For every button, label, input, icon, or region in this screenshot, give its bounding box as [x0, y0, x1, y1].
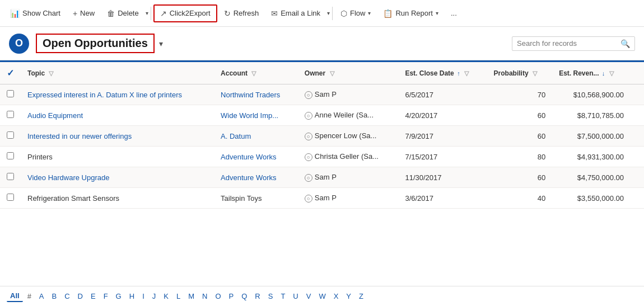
checkbox[interactable]	[7, 90, 14, 97]
topic-cell[interactable]: Audio Equipment	[21, 105, 214, 126]
table-container[interactable]: ✓ Topic ▽ Account ▽ Owner ▽ Est. Close D…	[0, 62, 644, 286]
row-checkbox[interactable]	[0, 147, 21, 167]
alpha-c[interactable]: C	[61, 291, 73, 302]
title-chevron[interactable]: ▾	[159, 39, 163, 48]
alpha-w[interactable]: W	[315, 291, 329, 302]
alpha-q[interactable]: Q	[238, 291, 250, 302]
topic-cell[interactable]: Expressed interest in A. Datum X line of…	[21, 84, 214, 105]
alpha-n[interactable]: N	[199, 291, 211, 302]
account-cell[interactable]: A. Datum	[214, 126, 298, 147]
alpha-all[interactable]: All	[7, 290, 23, 302]
divider-2	[332, 7, 333, 20]
date-cell: 7/15/2017	[398, 147, 487, 167]
checkbox[interactable]	[7, 131, 14, 139]
search-input[interactable]	[517, 39, 620, 48]
search-box[interactable]: 🔍	[512, 36, 635, 51]
scrollbar-cell	[631, 167, 644, 188]
new-button[interactable]: + New	[67, 6, 100, 21]
select-all-header[interactable]: ✓	[0, 62, 21, 84]
alpha-r[interactable]: R	[251, 291, 263, 302]
revenue-filter-icon[interactable]: ▽	[609, 70, 614, 77]
revenue-cell: $10,568,900.00	[552, 84, 631, 105]
alpha-o[interactable]: O	[212, 291, 224, 302]
alpha-h[interactable]: H	[126, 291, 138, 302]
account-cell[interactable]: Adventure Works	[214, 167, 298, 188]
scrollbar-cell	[631, 84, 644, 105]
checkbox[interactable]	[7, 111, 14, 118]
date-cell: 11/30/2017	[398, 167, 487, 188]
alpha-k[interactable]: K	[160, 291, 172, 302]
refresh-button[interactable]: ↻ Refresh	[218, 6, 265, 21]
table-body: Expressed interest in A. Datum X line of…	[0, 84, 644, 209]
show-chart-button[interactable]: 📊 Show Chart	[4, 6, 66, 21]
alpha-b[interactable]: B	[49, 291, 60, 302]
date-filter-icon[interactable]: ▽	[464, 70, 469, 77]
account-cell[interactable]: Adventure Works	[214, 147, 298, 167]
alpha-e[interactable]: E	[87, 291, 99, 302]
app-icon: O	[9, 34, 29, 54]
account-cell[interactable]: Northwind Traders	[214, 84, 298, 105]
email-chevron[interactable]: ▾	[327, 10, 330, 16]
header-row: O Open Opportunities ▾ 🔍	[0, 27, 644, 60]
date-sort-icon[interactable]: ↑	[457, 70, 460, 77]
table-row[interactable]: Expressed interest in A. Datum X line of…	[0, 84, 644, 105]
prob-filter-icon[interactable]: ▽	[533, 70, 537, 77]
table-row[interactable]: PrintersAdventure Works○Christa Geller (…	[0, 147, 644, 167]
table-row[interactable]: Refrigeration Smart SensorsTailspin Toys…	[0, 188, 644, 209]
table-row[interactable]: Interested in our newer offeringsA. Datu…	[0, 126, 644, 147]
alpha-t[interactable]: T	[277, 291, 288, 302]
alpha-s[interactable]: S	[265, 291, 277, 302]
email-link-button[interactable]: ✉ Email a Link	[265, 6, 326, 21]
topic-cell[interactable]: Interested in our newer offerings	[21, 126, 214, 147]
date-cell: 6/5/2017	[398, 84, 487, 105]
scrollbar-cell	[631, 147, 644, 167]
revenue-sort-icon[interactable]: ↓	[602, 70, 605, 77]
account-filter-icon[interactable]: ▽	[251, 70, 256, 77]
alpha-z[interactable]: Z	[356, 291, 367, 302]
alpha-a[interactable]: A	[36, 291, 48, 302]
click2export-button[interactable]: ↗ Click2Export	[153, 4, 217, 22]
delete-button[interactable]: 🗑 Delete	[101, 6, 144, 21]
row-checkbox[interactable]	[0, 84, 21, 105]
owner-icon: ○	[305, 174, 312, 182]
probability-cell: 80	[487, 147, 553, 167]
owner-icon: ○	[305, 112, 312, 120]
alpha-l[interactable]: L	[173, 291, 184, 302]
owner-icon: ○	[305, 133, 312, 140]
alpha-d[interactable]: D	[74, 291, 86, 302]
owner-filter-icon[interactable]: ▽	[330, 70, 334, 77]
alpha-i[interactable]: I	[139, 291, 148, 302]
alpha-g[interactable]: G	[113, 291, 125, 302]
alpha-x[interactable]: X	[330, 291, 342, 302]
account-cell[interactable]: Wide World Imp...	[214, 105, 298, 126]
alpha-p[interactable]: P	[226, 291, 237, 302]
topic-filter-icon[interactable]: ▽	[49, 70, 53, 77]
alpha-m[interactable]: M	[185, 291, 198, 302]
table-row[interactable]: Audio EquipmentWide World Imp...○Anne We…	[0, 105, 644, 126]
flow-button[interactable]: ⬡ Flow ▾	[335, 6, 376, 21]
more-button[interactable]: ...	[445, 6, 463, 21]
alpha-u[interactable]: U	[290, 291, 301, 302]
owner-cell: ○Sam P	[298, 84, 399, 105]
owner-cell: ○Sam P	[298, 167, 399, 188]
revenue-cell: $7,500,000.00	[552, 126, 631, 147]
delete-chevron[interactable]: ▾	[146, 10, 148, 16]
row-checkbox[interactable]	[0, 105, 21, 126]
opportunities-table: ✓ Topic ▽ Account ▽ Owner ▽ Est. Close D…	[0, 62, 644, 209]
alpha-f[interactable]: F	[100, 291, 111, 302]
checkbox[interactable]	[7, 173, 14, 180]
table-row[interactable]: Video Hardware UpgradeAdventure Works○Sa…	[0, 167, 644, 188]
run-report-button[interactable]: 📋 Run Report ▾	[377, 6, 444, 21]
row-checkbox[interactable]	[0, 167, 21, 188]
topic-cell[interactable]: Video Hardware Upgrade	[21, 167, 214, 188]
checkbox[interactable]	[7, 152, 14, 159]
alpha-y[interactable]: Y	[343, 291, 354, 302]
checkbox[interactable]	[7, 194, 14, 201]
alpha-v[interactable]: V	[303, 291, 315, 302]
revenue-cell: $4,750,000.00	[552, 167, 631, 188]
row-checkbox[interactable]	[0, 126, 21, 147]
owner-cell: ○Spencer Low (Sa...	[298, 126, 399, 147]
alpha-j[interactable]: J	[149, 291, 160, 302]
row-checkbox[interactable]	[0, 188, 21, 209]
alpha-#[interactable]: #	[24, 291, 35, 302]
